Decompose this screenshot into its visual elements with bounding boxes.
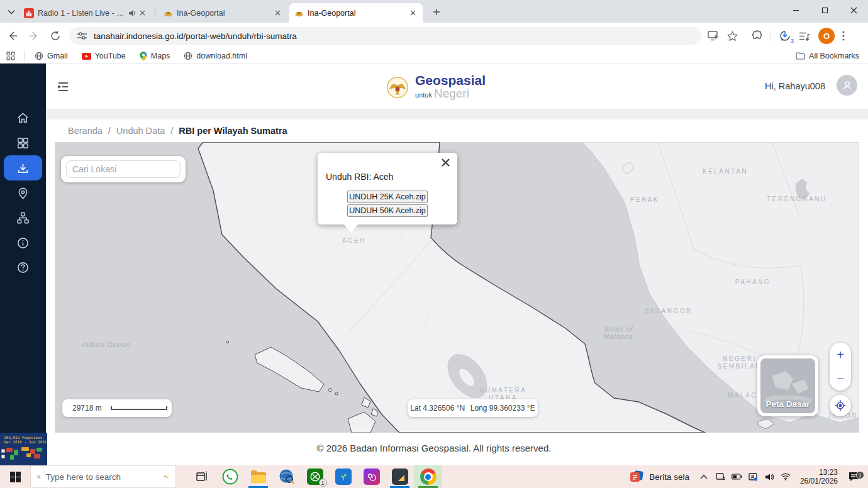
taskbar-clock[interactable]: 13:23 26/01/2026 bbox=[794, 468, 840, 485]
map-label-perak: PERAK bbox=[621, 196, 669, 204]
globe-icon bbox=[184, 52, 192, 60]
sidebar-item-home[interactable] bbox=[0, 105, 46, 130]
tab-close-icon[interactable] bbox=[137, 8, 147, 18]
sidebar-item-download-active[interactable] bbox=[4, 155, 42, 180]
sidebar-item-catalog[interactable] bbox=[0, 130, 46, 155]
basemap-switcher[interactable]: Peta Dasar bbox=[757, 355, 818, 416]
downloads-icon[interactable]: 3 bbox=[779, 30, 791, 42]
info-icon bbox=[16, 236, 30, 250]
sidebar-item-location[interactable] bbox=[0, 180, 46, 206]
bookmark-youtube[interactable]: YouTube bbox=[82, 52, 126, 60]
tab-title: Radio 1 - Listen Live - BBC S bbox=[38, 9, 125, 18]
sidebar-toggle-button[interactable] bbox=[57, 82, 69, 92]
tray-display-icon[interactable] bbox=[712, 473, 728, 481]
user-avatar[interactable] bbox=[837, 75, 857, 96]
taskbar-spiral-app[interactable] bbox=[357, 465, 386, 488]
sidebar-item-help[interactable] bbox=[0, 255, 46, 280]
map-label-kelantan: KELANTAN bbox=[694, 168, 757, 175]
tray-volume-icon[interactable] bbox=[761, 473, 777, 481]
map-canvas[interactable]: ACEH PERAK KELANTAN TERENGGANU PAHANG SE… bbox=[55, 142, 859, 433]
tray-wifi-icon[interactable] bbox=[777, 473, 794, 480]
folder-icon bbox=[796, 52, 805, 60]
maps-pin-icon bbox=[140, 52, 147, 61]
news-widget[interactable]: Berita sela bbox=[623, 470, 696, 484]
tab-geoportal-2-active[interactable]: Ina-Geoportal bbox=[289, 3, 423, 23]
map-label-strait-line2: Malacca bbox=[593, 333, 643, 340]
tab-close-icon[interactable] bbox=[272, 8, 282, 18]
download-icon bbox=[16, 162, 30, 175]
counter-mini-control bbox=[1, 449, 5, 453]
notification-badge: 1 bbox=[856, 471, 864, 479]
zoom-in-button[interactable]: + bbox=[830, 343, 851, 367]
tray-meet-now-icon[interactable] bbox=[745, 473, 761, 481]
breadcrumb-section[interactable]: Unduh Data bbox=[116, 126, 165, 136]
url-text[interactable]: tanahair.indonesia.go.id/portal-web/undu… bbox=[94, 31, 297, 41]
location-search-input[interactable] bbox=[72, 164, 186, 174]
youtube-icon bbox=[82, 53, 91, 60]
breadcrumb-home[interactable]: Beranda bbox=[68, 126, 103, 136]
notification-center-button[interactable]: 1 bbox=[840, 471, 868, 482]
bookmark-label: Gmail bbox=[47, 52, 68, 60]
taskbar-sprout-app[interactable] bbox=[329, 465, 357, 488]
start-button[interactable] bbox=[0, 465, 30, 488]
apps-grid-icon[interactable] bbox=[6, 52, 15, 60]
reading-list-icon[interactable] bbox=[799, 31, 811, 41]
forward-button[interactable] bbox=[25, 27, 43, 45]
bookmark-label: Maps bbox=[151, 52, 170, 60]
globe-magnifier-icon bbox=[279, 469, 295, 485]
tray-chevron-icon[interactable] bbox=[696, 474, 712, 479]
counter-line1: 183,912 Pageviews bbox=[4, 435, 46, 440]
install-app-icon[interactable] bbox=[708, 31, 720, 41]
map-pin-icon bbox=[16, 187, 30, 200]
bookmarks-separator bbox=[24, 50, 25, 62]
sidebar-item-info[interactable] bbox=[0, 230, 46, 255]
popup-close-icon[interactable] bbox=[441, 158, 451, 168]
window-maximize-button[interactable] bbox=[810, 0, 839, 20]
clock-time: 13:23 bbox=[794, 468, 838, 477]
back-button[interactable] bbox=[4, 27, 21, 45]
tray-battery-icon[interactable] bbox=[728, 474, 745, 480]
site-settings-icon[interactable] bbox=[77, 31, 87, 40]
bookmark-gmail[interactable]: Gmail bbox=[35, 52, 68, 60]
window-minimize-button[interactable] bbox=[781, 0, 810, 20]
bookmark-maps[interactable]: Maps bbox=[140, 52, 170, 61]
sidebar-item-services[interactable] bbox=[0, 205, 46, 230]
zoom-out-button[interactable]: − bbox=[830, 367, 851, 391]
new-tab-button[interactable] bbox=[430, 6, 443, 18]
locate-me-button[interactable] bbox=[830, 395, 851, 416]
profile-avatar[interactable]: O bbox=[818, 28, 835, 44]
tab-audio-icon[interactable] bbox=[128, 9, 137, 17]
bookmark-download-html[interactable]: download.html bbox=[184, 52, 247, 60]
taskbar-file-explorer[interactable] bbox=[244, 465, 272, 488]
taskbar-search-box[interactable] bbox=[30, 465, 176, 488]
counter-mini-control bbox=[1, 455, 5, 458]
location-search-box bbox=[61, 156, 186, 182]
taskbar-whatsapp[interactable] bbox=[216, 465, 244, 488]
download-50k-button[interactable]: UNDUH 50K Aceh.zip bbox=[347, 204, 428, 217]
window-close-button[interactable] bbox=[839, 0, 868, 20]
breadcrumb-current: RBI per Wilayah Sumatra bbox=[179, 126, 287, 136]
coordinate-readout: Lat 4.326506 °N Long 99.360233 °E bbox=[408, 399, 538, 417]
browser-menu-icon[interactable] bbox=[842, 31, 845, 41]
map-scale: 29718 m bbox=[62, 399, 172, 417]
header-divider-band bbox=[46, 109, 868, 119]
taskbar-map-app[interactable] bbox=[272, 465, 301, 488]
download-25k-button[interactable]: UNDUH 25K Aceh.zip bbox=[347, 191, 428, 203]
tab-radio[interactable]: Radio 1 - Listen Live - BBC S bbox=[19, 3, 152, 23]
all-bookmarks-button[interactable]: All Bookmarks bbox=[796, 52, 859, 60]
tab-search-chevron-icon[interactable] bbox=[5, 6, 18, 18]
reload-button[interactable] bbox=[47, 27, 64, 45]
toolbar-separator bbox=[771, 30, 771, 42]
bookmark-star-icon[interactable] bbox=[727, 31, 738, 42]
extensions-icon[interactable] bbox=[752, 30, 763, 42]
tab-strip: Radio 1 - Listen Live - BBC S Ina-Geopor… bbox=[0, 0, 868, 23]
taskbar-search-input[interactable] bbox=[46, 472, 157, 482]
task-view-button[interactable] bbox=[187, 465, 216, 488]
tab-geoportal-1[interactable]: Ina-Geoportal bbox=[159, 3, 287, 23]
taskbar-xbox[interactable]: 1 bbox=[301, 465, 329, 488]
user-greeting: Hi, Rahayu008 bbox=[765, 81, 825, 91]
taskbar-notes-app[interactable] bbox=[386, 465, 414, 488]
tab-close-icon[interactable] bbox=[408, 8, 418, 18]
address-bar[interactable]: tanahair.indonesia.go.id/portal-web/undu… bbox=[69, 27, 701, 45]
taskbar-chrome[interactable] bbox=[414, 465, 442, 488]
